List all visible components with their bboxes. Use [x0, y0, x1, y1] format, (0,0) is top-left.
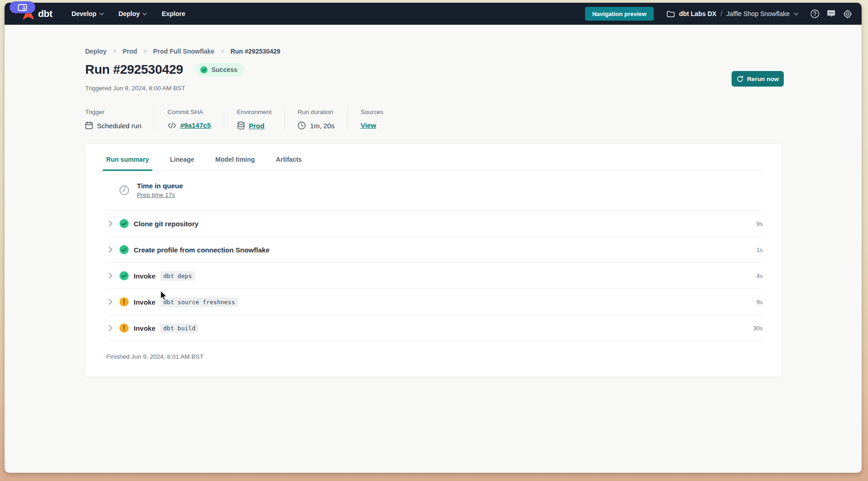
environment-link[interactable]: Prod [249, 122, 265, 130]
success-icon [119, 271, 129, 280]
nav-item-label: Develop [71, 10, 96, 17]
nav-item-deploy[interactable]: Deploy [113, 6, 153, 21]
tab-lineage[interactable]: Lineage [170, 156, 194, 170]
nav-item-explore[interactable]: Explore [156, 6, 190, 21]
navigation-preview-button[interactable]: Navigation preview [585, 7, 654, 21]
warning-icon [119, 297, 129, 306]
tab-run-summary[interactable]: Run summary [106, 156, 149, 170]
step-command-chip: dbt build [160, 323, 199, 333]
queue-clock-icon [119, 185, 130, 196]
time-in-queue-row: Time in queue Prep time 17s [106, 170, 763, 211]
sources-view-link[interactable]: View [361, 121, 376, 129]
meta-commit-sha: Commit SHA #9a147c5 [155, 109, 224, 130]
project-name: Jaffle Shop Snowflake [727, 10, 790, 17]
step-row-dbt-deps[interactable]: Invoke dbt deps 4s [106, 263, 763, 289]
breadcrumb: Deploy > Prod > Prod Full Snowflake > Ru… [85, 48, 862, 55]
breadcrumb-prod[interactable]: Prod [123, 48, 137, 55]
success-icon [119, 219, 129, 228]
step-row-source-freshness[interactable]: Invoke dbt source freshness 9s [106, 289, 763, 315]
meta-label: Run duration [298, 109, 334, 115]
chevron-right-icon[interactable] [108, 220, 113, 227]
chevron-right-icon[interactable] [108, 273, 113, 279]
success-icon [119, 245, 129, 254]
run-meta-row: Trigger Scheduled run Commit SHA [85, 109, 862, 130]
warning-icon [119, 323, 129, 333]
account-project-switcher[interactable]: dbt Labs DX / Jaffle Shop Snowflake [667, 10, 798, 17]
breadcrumb-separator: > [144, 48, 147, 55]
meta-run-duration: Run duration 1m, 20s [285, 109, 347, 130]
queue-title: Time in queue [137, 182, 183, 190]
meta-value-text: Scheduled run [97, 122, 141, 130]
step-row-create-profile[interactable]: Create profile from connection Snowflake… [106, 237, 763, 263]
meta-environment: Environment Prod [224, 109, 285, 130]
prep-time-link[interactable]: Prep time 17s [137, 191, 175, 198]
rerun-now-label: Rerun now [747, 76, 779, 82]
status-badge: Success [196, 63, 244, 77]
breadcrumb-separator: > [113, 48, 116, 55]
screen-share-icon [18, 4, 27, 11]
step-label: Invoke [134, 298, 156, 306]
step-duration: 9s [756, 299, 763, 306]
folder-icon [667, 11, 675, 17]
settings-gear-icon[interactable] [843, 9, 852, 19]
nav-item-label: Explore [162, 10, 185, 17]
nav-menus: Develop Deploy Explore [66, 6, 191, 21]
chevron-right-icon[interactable] [108, 299, 113, 305]
account-separator: / [721, 10, 722, 17]
step-label: Clone git repository [134, 220, 199, 228]
top-navbar: dbt Develop Deploy Explore Navigation pr… [5, 3, 862, 25]
refresh-icon [737, 76, 743, 82]
meta-sources: Sources View [348, 109, 396, 130]
nav-item-label: Deploy [119, 10, 140, 17]
chevron-down-icon [794, 12, 798, 16]
meta-trigger: Trigger Scheduled run [85, 109, 155, 130]
navbar-icon-group [810, 9, 852, 19]
success-check-icon [200, 66, 208, 74]
breadcrumb-run: Run #292530429 [230, 48, 280, 55]
meta-value-text: 1m, 20s [310, 122, 334, 130]
screenshot-frame: dbt Develop Deploy Explore Navigation pr… [0, 0, 868, 481]
feedback-icon[interactable] [826, 10, 836, 18]
step-command-chip: dbt source freshness [160, 297, 239, 307]
step-label: Invoke [134, 324, 156, 332]
step-label: Create profile from connection Snowflake [134, 246, 270, 254]
step-label: Invoke [134, 272, 156, 280]
step-duration: 1s [756, 246, 763, 253]
step-duration: 4s [756, 273, 763, 279]
breadcrumb-job[interactable]: Prod Full Snowflake [153, 48, 215, 55]
screen-share-badge[interactable] [10, 1, 35, 13]
run-summary-card: Run summary Lineage Model timing Artifac… [85, 143, 782, 377]
mouse-cursor [160, 290, 168, 301]
nav-item-develop[interactable]: Develop [66, 6, 109, 21]
finished-timestamp: Finished Jun 9, 2024, 8:01 AM BST [106, 353, 763, 360]
chevron-right-icon[interactable] [108, 246, 113, 253]
chevron-down-icon [99, 12, 104, 16]
database-icon [237, 121, 245, 130]
help-icon[interactable] [810, 9, 819, 18]
run-tabs: Run summary Lineage Model timing Artifac… [106, 144, 763, 170]
page-title: Run #292530429 [85, 61, 183, 78]
dbt-logo-text: dbt [38, 8, 52, 19]
breadcrumb-separator: > [221, 48, 224, 55]
meta-label: Environment [237, 109, 272, 115]
step-command-chip: dbt deps [160, 271, 195, 281]
chevron-right-icon[interactable] [108, 325, 113, 331]
meta-label: Commit SHA [168, 109, 211, 115]
breadcrumb-deploy[interactable]: Deploy [85, 48, 107, 55]
step-row-dbt-build[interactable]: Invoke dbt build 30s [106, 315, 763, 341]
account-name: dbt Labs DX [679, 10, 716, 17]
meta-label: Sources [361, 109, 384, 115]
tab-model-timing[interactable]: Model timing [215, 156, 255, 170]
tab-artifacts[interactable]: Artifacts [276, 156, 302, 170]
step-duration: 30s [753, 325, 763, 332]
status-badge-label: Success [212, 66, 238, 73]
calendar-icon [85, 121, 93, 130]
chevron-down-icon [142, 12, 147, 16]
meta-label: Trigger [85, 109, 141, 115]
rerun-now-button[interactable]: Rerun now [732, 71, 784, 87]
step-duration: 9s [756, 220, 763, 227]
code-icon [168, 122, 176, 129]
commit-sha-link[interactable]: #9a147c5 [180, 121, 211, 129]
clock-icon [298, 121, 306, 130]
step-row-clone-git[interactable]: Clone git repository 9s [106, 211, 763, 237]
